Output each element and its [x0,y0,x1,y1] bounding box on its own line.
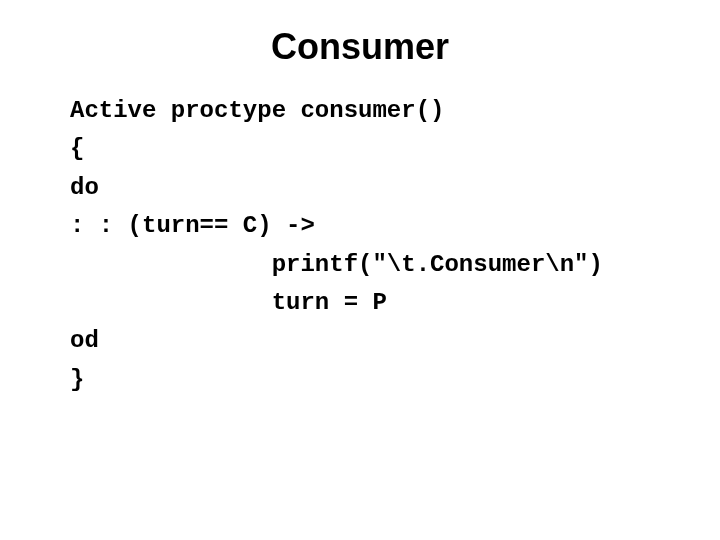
code-line: { [70,135,84,162]
slide-title: Consumer [0,0,720,92]
code-line: printf("\t.Consumer\n") [70,251,603,278]
code-block: Active proctype consumer() { do : : (tur… [0,92,720,399]
code-line: od [70,327,99,354]
code-line: } [70,366,84,393]
code-line: do [70,174,99,201]
code-line: Active proctype consumer() [70,97,444,124]
code-line: : : (turn== C) -> [70,212,315,239]
slide: Consumer Active proctype consumer() { do… [0,0,720,540]
code-line: turn = P [70,289,387,316]
